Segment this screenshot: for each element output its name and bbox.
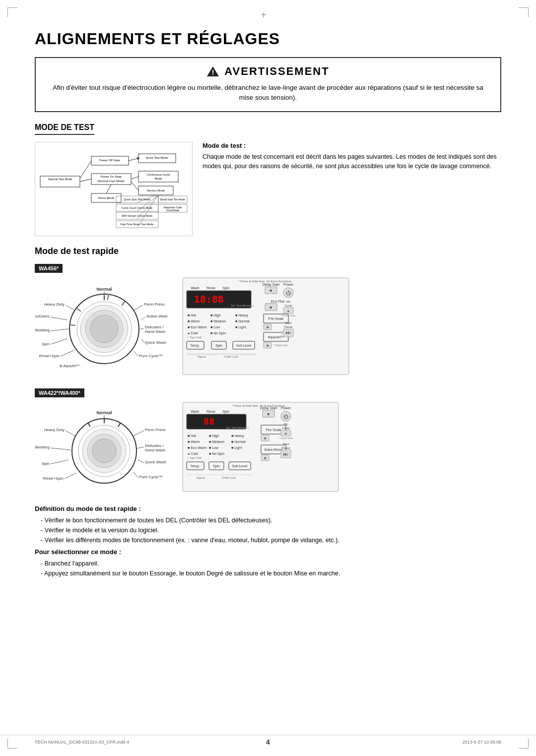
svg-text:■ Normal: ■ Normal <box>235 319 250 323</box>
svg-text:Mode: Mode <box>154 177 162 180</box>
svg-text:Power: Power <box>283 283 294 286</box>
wa422-row: Normal Heavy Duty Bedding Spin Rinse+Spi… <box>35 401 501 495</box>
svg-text:■ Low: ■ Low <box>209 446 219 449</box>
svg-text:Spin: Spin <box>42 461 50 466</box>
svg-line-152 <box>133 431 144 436</box>
wa456-row: Normal Heavy Duty Colors/Darks Bedding S… <box>35 277 501 378</box>
svg-text:Spin: Spin <box>222 286 229 290</box>
svg-text:⏭: ⏭ <box>283 451 288 457</box>
page: ALIGNEMENTS ET RÉGLAGES ! AVERTISSEMENT … <box>0 0 536 756</box>
mode-test-section: MODE DE TEST Special Test Mode Power Off… <box>35 123 501 236</box>
wa422-label: WA422*/WA400* <box>35 388 84 397</box>
svg-text:Bedding: Bedding <box>35 328 50 332</box>
def-section: Définition du mode de test rapide : Véri… <box>35 505 501 578</box>
corner-mark-tr <box>519 7 529 17</box>
warning-box: ! AVERTISSEMENT Afin d'éviter tout risqu… <box>35 57 501 112</box>
wa422-panel: * Press & Hold 3sec. for Extra Functions… <box>182 401 340 495</box>
svg-line-148 <box>51 460 68 464</box>
svg-text:■ Eco Warm: ■ Eco Warm <box>188 325 207 329</box>
svg-line-58 <box>51 329 68 331</box>
svg-text:Pure Cycle™: Pure Cycle™ <box>139 475 162 479</box>
wa456-dial-svg: Normal Heavy Duty Colors/Darks Bedding S… <box>35 277 174 376</box>
svg-text:Cycle: Cycle <box>282 427 290 430</box>
svg-text:Heavy Duty: Heavy Duty <box>44 302 65 307</box>
svg-text:18:88: 18:88 <box>194 293 224 305</box>
svg-text:Power Off State: Power Off State <box>99 159 121 162</box>
svg-line-49 <box>106 295 110 300</box>
svg-text:■ High: ■ High <box>210 314 221 317</box>
mode-test-content: Special Test Mode Power Off State Quick … <box>35 142 501 236</box>
rapide-title: Mode de test rapide <box>35 246 501 256</box>
svg-text:Continuous Cycle: Continuous Cycle <box>146 173 170 176</box>
wa422-panel-svg: * Press & Hold 3sec. for Extra Functions… <box>182 401 340 493</box>
svg-text:Temp.: Temp. <box>190 464 200 468</box>
crosshair <box>263 13 273 23</box>
svg-line-139 <box>88 423 91 427</box>
svg-text:■: ■ <box>264 456 266 460</box>
select-heading: Pour sélectionner ce mode : <box>35 548 501 556</box>
select-list: Branchez l'appareil. Appuyez simultanéme… <box>35 559 501 578</box>
svg-text:■: ■ <box>285 432 287 435</box>
svg-text:⏻: ⏻ <box>283 414 288 419</box>
svg-text:■: ■ <box>287 310 289 313</box>
svg-text:S/W Version Check Mode: S/W Version Check Mode <box>122 214 153 217</box>
page-title: ALIGNEMENTS ET RÉGLAGES <box>35 30 501 48</box>
svg-text:● Cold: ● Cold <box>188 452 198 455</box>
svg-text:Est. Time Remaining: Est. Time Remaining <box>226 426 249 429</box>
svg-text:Quick Test Mode: Quick Test Mode <box>146 156 168 159</box>
svg-text:Quick Spin Test Mode: Quick Spin Test Mode <box>124 198 150 201</box>
svg-text:■ Eco Warm: ■ Eco Warm <box>188 446 207 449</box>
svg-text:Delicates /: Delicates / <box>145 443 164 448</box>
svg-line-62 <box>61 350 74 356</box>
svg-text:■ Heavy: ■ Heavy <box>231 434 245 438</box>
mode-test-body: Chaque mode de test concernant est décri… <box>202 152 501 172</box>
svg-text:■: ■ <box>270 288 272 293</box>
svg-text:■: ■ <box>267 344 268 347</box>
svg-text:■ No Spin: ■ No Spin <box>210 331 226 335</box>
svg-text:Pause: Pause <box>284 325 293 328</box>
svg-line-54 <box>66 305 74 310</box>
footer: TECH MANUAL_DC68-03132A-03_CFR.indd 4 4 … <box>0 735 536 746</box>
svg-text:Rinse: Rinse <box>206 410 215 413</box>
svg-text:Cycle: Cycle <box>284 304 292 307</box>
svg-text:Spin: Spin <box>222 410 229 414</box>
wa456-block: WA456* <box>35 263 501 378</box>
svg-text:⊞ AquaJet™: ⊞ AquaJet™ <box>60 364 79 368</box>
svg-text:Spin: Spin <box>215 344 222 348</box>
svg-text:■ Hot: ■ Hot <box>188 314 196 317</box>
svg-line-17 <box>131 177 138 179</box>
wa422-dial-svg: Normal Heavy Duty Bedding Spin Rinse+Spi… <box>35 401 174 493</box>
select-item-1: Branchez l'appareil. <box>41 559 501 568</box>
wa422-dial: Normal Heavy Duty Bedding Spin Rinse+Spi… <box>35 401 174 495</box>
svg-text:Start: Start <box>285 321 292 324</box>
svg-text:Quick Wash: Quick Wash <box>145 460 166 464</box>
svg-text:Special Test Mode: Special Test Mode <box>48 178 73 181</box>
mode-test-subheading: Mode de test : <box>202 142 501 149</box>
svg-text:■ Normal: ■ Normal <box>231 440 246 443</box>
mode-diagram-svg: Special Test Mode Power Off State Quick … <box>39 146 188 231</box>
svg-text:* Press & Hold 3sec. for Extra: * Press & Hold 3sec. for Extra Functions <box>232 404 285 407</box>
mode-test-title: MODE DE TEST <box>35 123 94 135</box>
rapide-section: Mode de test rapide WA456* <box>35 246 501 495</box>
svg-text:Delay Start: Delay Start <box>263 283 280 287</box>
svg-text:■ Low: ■ Low <box>210 325 220 329</box>
svg-text:Delicates /: Delicates / <box>145 325 164 329</box>
svg-line-140 <box>118 423 121 427</box>
svg-text:Pre Soak: Pre Soak <box>266 428 281 432</box>
svg-line-13 <box>80 179 91 182</box>
svg-text:⏭: ⏭ <box>286 330 291 335</box>
svg-text:Heavy Duty: Heavy Duty <box>44 428 65 432</box>
svg-text:■: ■ <box>267 325 268 329</box>
svg-text:AquaJet™: AquaJet™ <box>268 335 284 339</box>
def-heading: Définition du mode de test rapide : <box>35 505 501 512</box>
svg-point-137 <box>92 439 116 463</box>
svg-text:!: ! <box>212 68 214 76</box>
svg-line-72 <box>141 339 144 343</box>
def-list: Vérifier le bon fonctionnement de toutes… <box>35 515 501 545</box>
mode-test-diagram: Special Test Mode Power Off State Quick … <box>35 142 193 236</box>
wa456-panel-svg: * Press & Hold 3sec. for Extra Functions… <box>182 277 350 376</box>
svg-line-150 <box>65 473 76 479</box>
svg-text:Pure Cycle™: Pure Cycle™ <box>139 354 162 358</box>
svg-text:Spin: Spin <box>42 342 50 346</box>
svg-text:Service Mode: Service Mode <box>147 189 165 192</box>
